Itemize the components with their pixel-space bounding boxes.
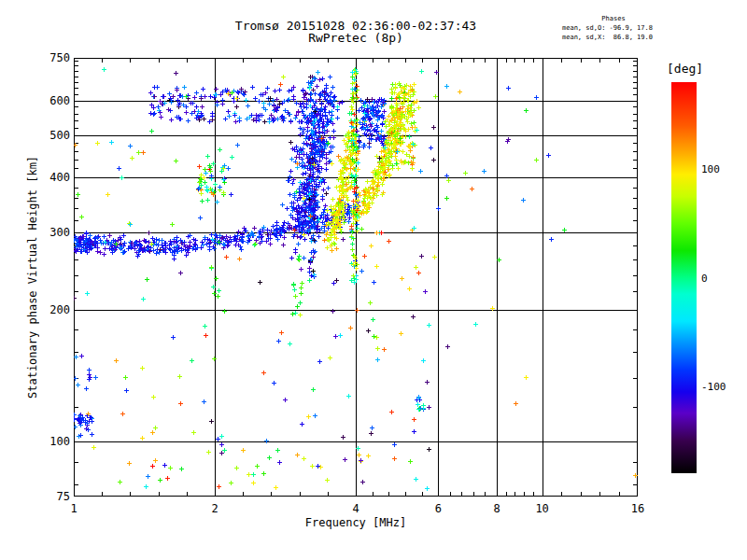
x-tick-label: 8 [493, 502, 500, 515]
colorbar-tick-label: -100 [701, 380, 726, 392]
y-tick-label: 400 [32, 171, 70, 184]
ionogram-figure: Tromsø 20151028 02:36:00-02:37:43 RwPret… [0, 0, 747, 560]
phase-stats-o-mode: mean, sd,O: -96.9, 17.8 [562, 23, 665, 33]
x-axis-label: Frequency [MHz] [74, 516, 638, 529]
x-tick-label: 4 [352, 502, 359, 515]
colorbar-label: [deg] [667, 62, 703, 76]
phase-stats-annotation: Phases mean, sd,O: -96.9, 17.8 mean, sd,… [562, 14, 665, 42]
plot-subtitle: RwPretec (8p) [74, 32, 638, 44]
phase-stats-header: Phases [562, 14, 665, 23]
y-tick-label: 600 [32, 94, 70, 107]
plot-area [74, 58, 638, 497]
y-tick-label: 750 [32, 51, 70, 64]
colorbar-tick-label: 0 [701, 272, 708, 284]
x-tick-label: 6 [435, 502, 442, 515]
y-tick-label: 500 [32, 129, 70, 142]
colorbar-tick-label: 100 [701, 163, 720, 175]
x-tick-label: 10 [535, 502, 548, 515]
y-tick-label: 300 [32, 226, 70, 239]
y-axis-label: Stationary phase Virtual Height [km] [26, 58, 41, 497]
y-tick-label: 200 [32, 303, 70, 316]
y-tick-label: 100 [32, 435, 70, 448]
x-tick-label: 1 [70, 502, 77, 515]
scatter-canvas [74, 58, 638, 497]
phase-stats-x-mode: mean, sd,X: 86.8, 19.0 [562, 33, 665, 42]
colorbar [671, 82, 697, 473]
x-tick-label: 16 [631, 502, 644, 515]
y-tick-label: 75 [32, 490, 70, 503]
x-tick-label: 2 [211, 502, 218, 515]
